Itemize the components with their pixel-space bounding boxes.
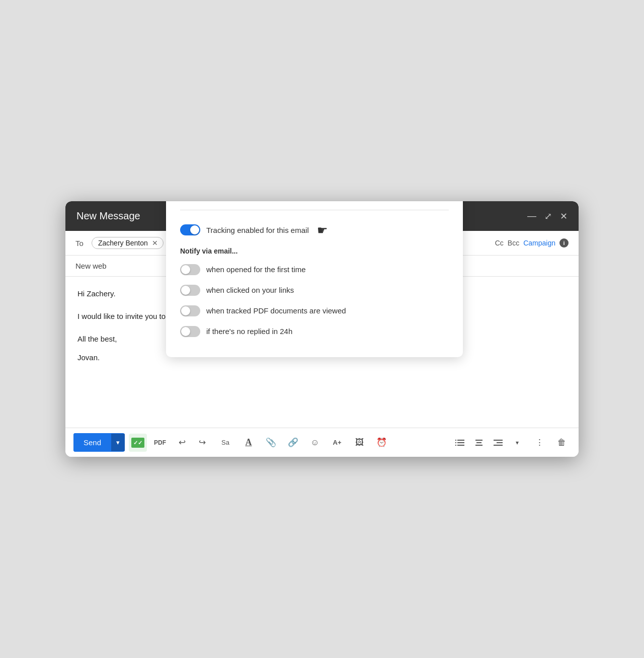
email-body[interactable]: Hi Zachery. I would like to invite you t…: [65, 277, 579, 428]
bullet-list-button[interactable]: [451, 434, 469, 452]
more-formatting-icon: A+: [333, 439, 342, 446]
delete-icon: 🗑: [557, 438, 566, 448]
tracking-toggle-row: Tracking enabled for this email ☛: [180, 219, 449, 241]
mailtrack-title: Mailtrack: [180, 201, 219, 202]
svg-rect-2: [455, 440, 456, 441]
svg-rect-7: [457, 445, 464, 446]
notify-label: Notify via email...: [180, 245, 449, 258]
more-formatting-button[interactable]: A+: [328, 434, 346, 452]
mailtrack-popup: Mailtrack ⚙ Settings Tracking enabled fo…: [166, 201, 463, 357]
send-button-group: Send ▾: [73, 433, 125, 452]
undo-button[interactable]: ↩: [173, 434, 191, 452]
redo-icon: ↪: [199, 437, 206, 448]
svg-rect-11: [494, 440, 503, 441]
toggle-thumb-3: [181, 327, 190, 336]
notify-label-2: when tracked PDF documents are viewed: [206, 304, 346, 317]
more-vertical-icon: ⋮: [535, 437, 544, 448]
subject-text: New web: [75, 262, 107, 270]
image-icon: 🖼: [355, 438, 364, 448]
title-bar-controls: — ⤢ ✕: [527, 211, 568, 222]
list-icons-group: ▾: [451, 434, 526, 452]
notify-toggle-1[interactable]: [180, 285, 200, 296]
notify-toggle-row-1: when clicked on your links: [180, 283, 449, 297]
link-icon: 🔗: [288, 437, 298, 448]
minimize-icon[interactable]: —: [527, 211, 536, 221]
pdf-button[interactable]: PDF: [151, 434, 169, 452]
undo-icon: ↩: [179, 437, 186, 448]
notify-toggle-row-0: when opened for the first time: [180, 263, 449, 276]
campaign-button[interactable]: Campaign: [523, 239, 555, 247]
send-button[interactable]: Send: [73, 433, 111, 452]
recipient-chip[interactable]: Zachery Benton ✕: [92, 237, 164, 249]
redo-button[interactable]: ↪: [193, 434, 211, 452]
svg-rect-3: [457, 440, 464, 441]
cursor-hand-icon: ☛: [317, 219, 328, 241]
notify-toggle-row-2: when tracked PDF documents are viewed: [180, 304, 449, 317]
svg-rect-9: [476, 442, 481, 443]
mailtrack-header: Mailtrack ⚙ Settings: [180, 201, 449, 210]
text-format-icon: A: [246, 437, 252, 448]
cc-button[interactable]: Cc: [495, 239, 504, 247]
schedule-button[interactable]: ⏰: [372, 434, 390, 452]
svg-text:✓✓: ✓✓: [133, 440, 142, 446]
toolbar: Send ▾ ✓✓ PDF ↩ ↪ Sa: [65, 428, 579, 457]
expand-icon[interactable]: ⤢: [544, 211, 552, 222]
toggle-thumb-2: [181, 306, 190, 315]
notify-label-1: when clicked on your links: [206, 283, 294, 297]
pdf-label: PDF: [154, 439, 166, 446]
compose-title: New Message: [76, 210, 140, 222]
svg-rect-4: [455, 442, 456, 443]
more-options-dropdown-button[interactable]: ▾: [508, 434, 526, 452]
body-line2-pre: I would like to invite you to: [77, 312, 168, 320]
to-row-right: Cc Bcc Campaign i: [495, 238, 569, 248]
bcc-button[interactable]: Bcc: [508, 239, 519, 247]
mailtrack-toolbar-button[interactable]: ✓✓: [129, 434, 147, 452]
notify-label-3: if there's no replied in 24h: [206, 324, 292, 338]
tracking-toggle[interactable]: [180, 224, 200, 235]
format-button[interactable]: Sa: [217, 434, 235, 452]
mailtrack-envelope-icon: ✓✓: [131, 438, 144, 448]
align-center-icon: [474, 439, 484, 446]
chevron-down-icon: ▾: [516, 439, 519, 446]
format-label: Sa: [221, 439, 229, 446]
toggle-thumb-1: [181, 286, 190, 295]
more-menu-button[interactable]: ⋮: [530, 434, 548, 452]
close-icon[interactable]: ✕: [560, 211, 568, 222]
svg-rect-10: [475, 445, 482, 446]
campaign-info-icon[interactable]: i: [559, 238, 569, 248]
to-label: To: [75, 239, 87, 248]
notify-toggle-0[interactable]: [180, 264, 200, 275]
align-right-icon: [494, 439, 503, 446]
recipient-name: Zachery Benton: [98, 239, 148, 247]
notify-toggle-3[interactable]: [180, 326, 200, 337]
bullet-list-icon: [455, 439, 464, 446]
link-button[interactable]: 🔗: [284, 434, 302, 452]
attach-icon: 📎: [266, 437, 276, 448]
svg-rect-12: [497, 442, 503, 443]
svg-rect-8: [475, 440, 482, 441]
svg-rect-5: [457, 442, 464, 443]
notify-toggle-2[interactable]: [180, 305, 200, 316]
notify-label-0: when opened for the first time: [206, 263, 306, 276]
align-right-button[interactable]: [489, 434, 507, 452]
image-button[interactable]: 🖼: [350, 434, 368, 452]
emoji-button[interactable]: ☺: [306, 434, 324, 452]
align-center-button[interactable]: [470, 434, 488, 452]
tracking-toggle-label: Tracking enabled for this email: [206, 223, 309, 237]
toggle-thumb-0: [181, 265, 190, 274]
undo-redo-group: ↩ ↪: [173, 434, 211, 452]
clock-icon: ⏰: [376, 437, 387, 448]
send-dropdown-button[interactable]: ▾: [111, 434, 125, 451]
svg-rect-13: [494, 445, 503, 446]
compose-window: New Message — ⤢ ✕ To Zachery Benton ✕ Cc…: [65, 201, 579, 457]
notify-toggle-row-3: if there's no replied in 24h: [180, 324, 449, 338]
svg-rect-6: [455, 445, 456, 446]
emoji-icon: ☺: [310, 438, 319, 448]
delete-button[interactable]: 🗑: [552, 434, 571, 452]
text-format-button[interactable]: A: [239, 434, 258, 452]
remove-recipient-button[interactable]: ✕: [152, 239, 158, 247]
attach-button[interactable]: 📎: [262, 434, 280, 452]
